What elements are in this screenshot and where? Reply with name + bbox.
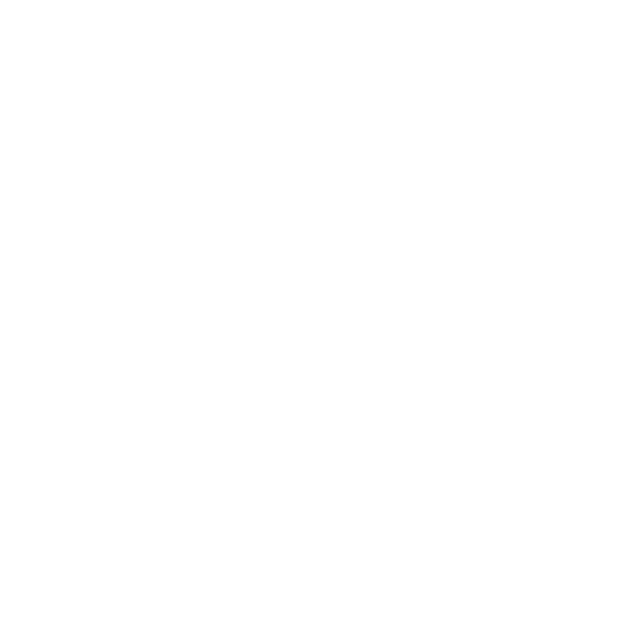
chart-svg [0,0,644,644]
chart-frame [0,0,644,644]
